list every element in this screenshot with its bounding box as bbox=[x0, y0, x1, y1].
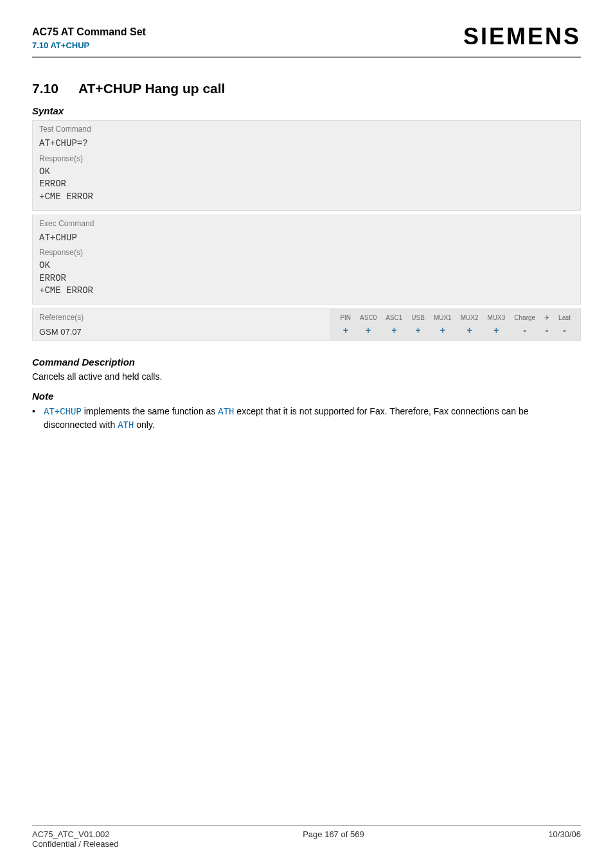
exec-response-line: ERROR bbox=[39, 272, 574, 285]
note-list: AT+CHUP implements the same function as … bbox=[32, 405, 581, 432]
footer-row: AC75_ATC_V01.002 Confidential / Released… bbox=[32, 829, 581, 849]
ref-col: ASC0 bbox=[355, 313, 381, 325]
reference-label: Reference(s) bbox=[39, 313, 323, 322]
page-header: AC75 AT Command Set 7.10 AT+CHUP SIEMENS bbox=[32, 26, 581, 51]
note-heading: Note bbox=[32, 391, 581, 402]
test-command-box: Test Command AT+CHUP=? Response(s) OK ER… bbox=[32, 120, 581, 210]
reference-left: Reference(s) GSM 07.07 bbox=[33, 309, 330, 341]
ref-val: - bbox=[554, 325, 575, 335]
reference-right: PIN ASC0 ASC1 USB MUX1 MUX2 MUX3 Charge … bbox=[330, 309, 580, 341]
note-text: only. bbox=[134, 420, 154, 430]
note-item: AT+CHUP implements the same function as … bbox=[32, 405, 581, 432]
test-response-line: ERROR bbox=[39, 178, 574, 191]
ref-col: MUX1 bbox=[429, 313, 456, 325]
reference-table: PIN ASC0 ASC1 USB MUX1 MUX2 MUX3 Charge … bbox=[335, 313, 575, 335]
ref-val: + bbox=[335, 325, 355, 335]
ref-value-row: + + + + + + + - - - bbox=[335, 325, 575, 335]
command-description-heading: Command Description bbox=[32, 357, 581, 368]
ref-col: Last bbox=[554, 313, 575, 325]
header-rule bbox=[32, 57, 581, 58]
plane-icon: ✈ bbox=[540, 313, 554, 325]
footer-page: Page 167 of 569 bbox=[303, 829, 364, 849]
ref-val: - bbox=[510, 325, 540, 335]
footer-rule bbox=[32, 825, 581, 826]
section-ref: 7.10 AT+CHUP bbox=[32, 39, 146, 52]
page-footer: AC75_ATC_V01.002 Confidential / Released… bbox=[32, 825, 581, 849]
test-command-label: Test Command bbox=[39, 125, 574, 134]
ref-col: Charge bbox=[510, 313, 540, 325]
command-description-body: Cancels all active and held calls. bbox=[32, 371, 581, 382]
ref-val: + bbox=[456, 325, 483, 335]
exec-response-line: OK bbox=[39, 260, 574, 272]
footer-version: AC75_ATC_V01.002 bbox=[32, 829, 118, 839]
section-title: AT+CHUP Hang up call bbox=[78, 81, 226, 96]
ref-val: + bbox=[483, 325, 510, 335]
ref-col: ASC1 bbox=[381, 313, 407, 325]
brand-logo: SIEMENS bbox=[463, 23, 581, 50]
ref-header-row: PIN ASC0 ASC1 USB MUX1 MUX2 MUX3 Charge … bbox=[335, 313, 575, 325]
footer-confidential: Confidential / Released bbox=[32, 839, 118, 849]
exec-command-label: Exec Command bbox=[39, 219, 574, 228]
ath-link[interactable]: ATH bbox=[218, 407, 234, 417]
ref-val: - bbox=[540, 325, 554, 335]
header-left: AC75 AT Command Set 7.10 AT+CHUP bbox=[32, 26, 146, 51]
test-response-line: +CME ERROR bbox=[39, 191, 574, 204]
test-responses-label: Response(s) bbox=[39, 154, 574, 163]
footer-left: AC75_ATC_V01.002 Confidential / Released bbox=[32, 829, 118, 849]
ref-col: USB bbox=[407, 313, 429, 325]
ref-val: + bbox=[381, 325, 407, 335]
section-number: 7.10 bbox=[32, 81, 58, 96]
ref-val: + bbox=[407, 325, 429, 335]
ref-col: PIN bbox=[335, 313, 355, 325]
note-text: implements the same function as bbox=[82, 406, 218, 416]
exec-response-line: +CME ERROR bbox=[39, 285, 574, 297]
at-chup-link[interactable]: AT+CHUP bbox=[44, 407, 82, 417]
footer-date: 10/30/06 bbox=[548, 829, 581, 849]
exec-command-text: AT+CHUP bbox=[39, 232, 574, 245]
exec-responses-label: Response(s) bbox=[39, 248, 574, 257]
test-command-text: AT+CHUP=? bbox=[39, 137, 574, 150]
ref-col: MUX3 bbox=[483, 313, 510, 325]
reference-value: GSM 07.07 bbox=[39, 327, 323, 337]
ref-val: + bbox=[355, 325, 381, 335]
doc-title: AC75 AT Command Set bbox=[32, 26, 146, 39]
exec-command-box: Exec Command AT+CHUP Response(s) OK ERRO… bbox=[32, 215, 581, 305]
section-heading: 7.10 AT+CHUP Hang up call bbox=[32, 81, 581, 96]
ref-col: MUX2 bbox=[456, 313, 483, 325]
reference-row: Reference(s) GSM 07.07 PIN ASC0 ASC1 USB… bbox=[32, 308, 581, 341]
test-response-line: OK bbox=[39, 166, 574, 179]
ref-val: + bbox=[429, 325, 456, 335]
ath-link[interactable]: ATH bbox=[118, 420, 134, 430]
syntax-heading: Syntax bbox=[32, 105, 581, 116]
